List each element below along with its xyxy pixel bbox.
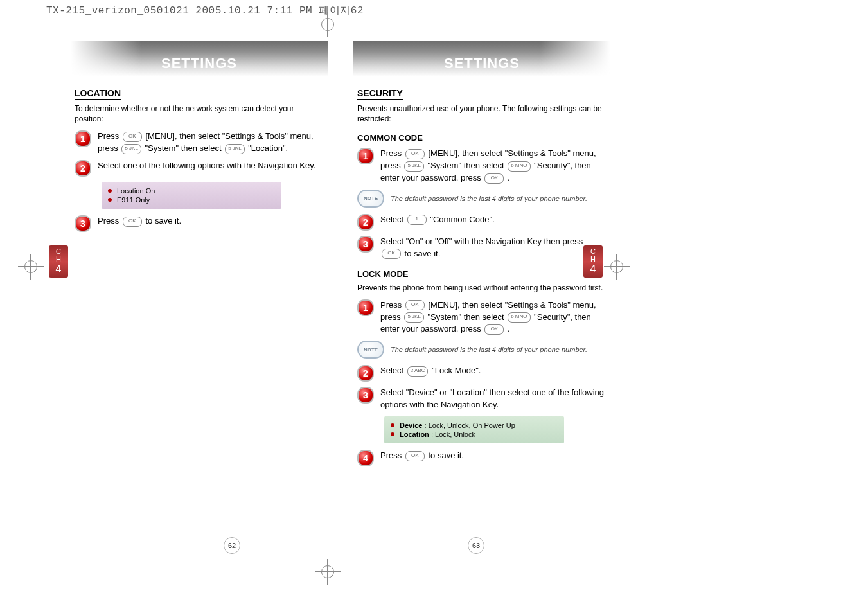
key-icon: OK	[484, 324, 504, 335]
intro-text: To determine whether or not the network …	[75, 103, 324, 124]
step-badge-icon: 3	[357, 387, 374, 404]
page-right: SETTINGS SECURITY Prevents unauthorized …	[353, 28, 610, 472]
key-icon: 5 JKL	[404, 312, 423, 323]
key-icon: OK	[405, 451, 425, 461]
key-icon: OK	[405, 300, 425, 310]
step-2: 2 Select 1 "Common Code".	[357, 214, 607, 231]
key-icon: OK	[405, 149, 425, 159]
section-heading-security: SECURITY	[357, 88, 403, 100]
step-4: 4 Press OK to save it.	[357, 450, 607, 466]
step-2: 2 Select 2 ABC "Lock Mode".	[357, 365, 607, 382]
step-badge-icon: 1	[75, 130, 91, 147]
key-icon: OK	[123, 217, 142, 227]
key-icon: 1	[407, 215, 427, 225]
key-icon: 5 JKL	[121, 144, 141, 154]
section-banner: SETTINGS	[71, 41, 328, 76]
bullet-icon	[108, 198, 112, 202]
key-icon: 5 JKL	[225, 144, 244, 154]
subsection-common-code: COMMON CODE	[357, 133, 607, 143]
step-badge-icon: 2	[357, 214, 374, 231]
subsection-lock-mode: LOCK MODE	[357, 269, 607, 279]
step-badge-icon: 1	[357, 299, 374, 316]
key-icon: 2 ABC	[407, 366, 429, 377]
note-icon: NOTE	[357, 190, 384, 208]
registration-mark	[18, 254, 44, 280]
note: NOTE The default password is the last 4 …	[357, 341, 607, 359]
page-left: SETTINGS LOCATION To determine whether o…	[71, 28, 328, 237]
key-icon: OK	[484, 173, 504, 184]
step-badge-icon: 3	[75, 215, 91, 232]
intro-text: Prevents unauthorized use of your phone.…	[357, 103, 607, 124]
key-icon: OK	[382, 249, 401, 259]
key-icon: 5 JKL	[404, 161, 423, 172]
page-number-ornament: 63	[418, 537, 535, 554]
step-badge-icon: 3	[357, 236, 374, 253]
section-heading-location: LOCATION	[75, 88, 121, 100]
step-badge-icon: 2	[75, 160, 91, 177]
step-3: 3 Select "On" or "Off" with the Navigati…	[357, 236, 607, 260]
step-1: 1 Press OK [MENU], then select "Settings…	[357, 148, 607, 184]
registration-mark	[315, 559, 341, 585]
step-2: 2 Select one of the following options wi…	[75, 160, 324, 177]
options-box: Device : Lock, Unlock, On Power Up Locat…	[384, 416, 564, 443]
intro-text: Prevents the phone from being used witho…	[357, 283, 607, 293]
bullet-icon	[391, 432, 394, 436]
step-3: 3 Select "Device" or "Location" then sel…	[357, 387, 607, 411]
step-1: 1 Press OK [MENU], then select "Settings…	[75, 130, 324, 155]
bullet-icon	[391, 423, 394, 427]
options-box: Location On E911 Only	[102, 182, 281, 209]
step-badge-icon: 4	[357, 450, 374, 466]
step-3: 3 Press OK to save it.	[75, 215, 324, 232]
bullet-icon	[108, 189, 112, 193]
key-icon: 6 MNO	[508, 161, 530, 172]
step-1: 1 Press OK [MENU], then select "Settings…	[357, 299, 607, 336]
note: NOTE The default password is the last 4 …	[357, 190, 607, 208]
section-banner: SETTINGS	[353, 41, 610, 76]
page-number-ornament: 62	[173, 537, 290, 554]
chapter-tab: C H 4	[49, 245, 68, 278]
note-icon: NOTE	[357, 341, 384, 359]
key-icon: OK	[123, 132, 142, 142]
step-badge-icon: 1	[357, 148, 374, 164]
step-badge-icon: 2	[357, 365, 374, 382]
key-icon: 6 MNO	[508, 312, 530, 323]
